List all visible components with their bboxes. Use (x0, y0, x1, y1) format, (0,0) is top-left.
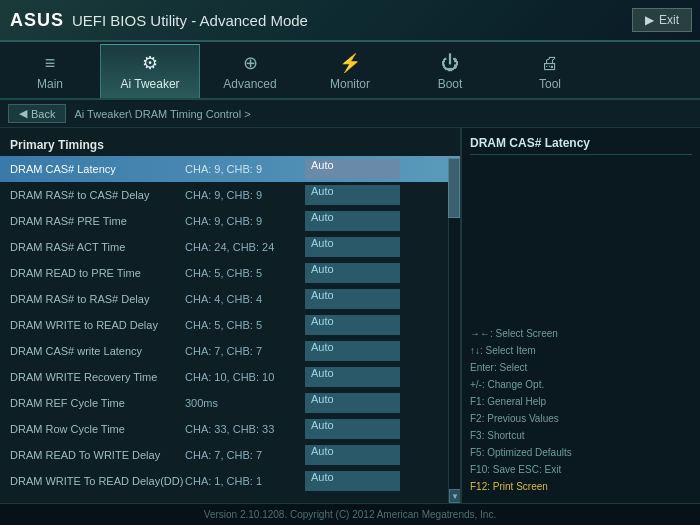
key-hint-key: F12: Print Screen (470, 481, 548, 492)
table-row[interactable]: DRAM WRITE to READ DelayCHA: 5, CHB: 5Au… (0, 312, 460, 338)
timing-values-10: CHA: 33, CHB: 33 (185, 423, 305, 435)
tab-icon-main: ≡ (45, 53, 56, 74)
table-row[interactable]: DRAM READ To WRITE DelayCHA: 7, CHB: 7Au… (0, 442, 460, 468)
table-row[interactable]: DRAM CAS# write LatencyCHA: 7, CHB: 7Aut… (0, 338, 460, 364)
scroll-down-button[interactable]: ▼ (449, 489, 460, 503)
tab-boot[interactable]: ⏻Boot (400, 44, 500, 98)
scrollbar-track: ▲ ▼ (448, 158, 460, 503)
timing-values-9: 300ms (185, 397, 305, 409)
timing-values-0: CHA: 9, CHB: 9 (185, 163, 305, 175)
left-panel: Primary Timings DRAM CAS# LatencyCHA: 9,… (0, 128, 460, 503)
timing-input-6[interactable]: Auto (305, 315, 400, 335)
tab-label-tool: Tool (539, 77, 561, 91)
table-row[interactable]: DRAM READ to PRE TimeCHA: 5, CHB: 5Auto (0, 260, 460, 286)
key-hint-key: ↑↓: (470, 345, 483, 356)
key-hint-line: F3: Shortcut (470, 427, 692, 444)
tab-monitor[interactable]: ⚡Monitor (300, 44, 400, 98)
table-row[interactable]: DRAM WRITE Recovery TimeCHA: 10, CHB: 10… (0, 364, 460, 390)
breadcrumb-bar: ◀ Back Ai Tweaker\ DRAM Timing Control > (0, 100, 700, 128)
timing-name-10: DRAM Row Cycle Time (10, 423, 185, 435)
timing-input-11[interactable]: Auto (305, 445, 400, 465)
timing-input-4[interactable]: Auto (305, 263, 400, 283)
tab-main[interactable]: ≡Main (0, 44, 100, 98)
table-row[interactable]: DRAM CAS# LatencyCHA: 9, CHB: 9Auto (0, 156, 460, 182)
main-content: Primary Timings DRAM CAS# LatencyCHA: 9,… (0, 128, 700, 503)
footer-text: Version 2.10.1208. Copyright (C) 2012 Am… (204, 509, 496, 520)
tab-icon-ai-tweaker: ⚙ (142, 52, 158, 74)
exit-label: Exit (659, 13, 679, 27)
tab-label-monitor: Monitor (330, 77, 370, 91)
scroll-thumb[interactable] (448, 158, 460, 218)
key-hint-line: F1: General Help (470, 393, 692, 410)
table-row[interactable]: DRAM RAS# PRE TimeCHA: 9, CHB: 9Auto (0, 208, 460, 234)
timing-values-11: CHA: 7, CHB: 7 (185, 449, 305, 461)
timing-name-12: DRAM WRITE To READ Delay(DD) (10, 475, 185, 487)
timing-name-7: DRAM CAS# write Latency (10, 345, 185, 357)
tab-label-main: Main (37, 77, 63, 91)
key-hint-key: F10: (470, 464, 490, 475)
section-label: Primary Timings (0, 136, 460, 156)
help-title: DRAM CAS# Latency (470, 136, 692, 155)
tab-icon-monitor: ⚡ (339, 52, 361, 74)
timing-input-8[interactable]: Auto (305, 367, 400, 387)
key-hint-line: F5: Optimized Defaults (470, 444, 692, 461)
timing-input-7[interactable]: Auto (305, 341, 400, 361)
timing-values-3: CHA: 24, CHB: 24 (185, 241, 305, 253)
table-row[interactable]: DRAM RAS# to CAS# DelayCHA: 9, CHB: 9Aut… (0, 182, 460, 208)
header: ASUS UEFI BIOS Utility - Advanced Mode ▶… (0, 0, 700, 42)
timing-input-2[interactable]: Auto (305, 211, 400, 231)
timing-values-4: CHA: 5, CHB: 5 (185, 267, 305, 279)
timing-values-2: CHA: 9, CHB: 9 (185, 215, 305, 227)
timing-input-10[interactable]: Auto (305, 419, 400, 439)
tab-icon-tool: 🖨 (541, 53, 559, 74)
timing-input-9[interactable]: Auto (305, 393, 400, 413)
key-hint-line: F12: Print Screen (470, 478, 692, 495)
key-hint-line: F10: Save ESC: Exit (470, 461, 692, 478)
tab-icon-boot: ⏻ (441, 53, 459, 74)
exit-button[interactable]: ▶ Exit (632, 8, 692, 32)
key-hint-key: →←: (470, 328, 493, 339)
back-button[interactable]: ◀ Back (8, 104, 66, 123)
timing-input-5[interactable]: Auto (305, 289, 400, 309)
key-hint-key: +/-: (470, 379, 485, 390)
back-arrow-icon: ◀ (19, 107, 27, 120)
timing-name-9: DRAM REF Cycle Time (10, 397, 185, 409)
key-hint-desc: Select Screen (496, 328, 558, 339)
key-hint-desc: Previous Values (487, 413, 559, 424)
key-hint-key: Enter: (470, 362, 497, 373)
tab-tool[interactable]: 🖨Tool (500, 44, 600, 98)
table-row[interactable]: DRAM Row Cycle TimeCHA: 33, CHB: 33Auto (0, 416, 460, 442)
timing-input-1[interactable]: Auto (305, 185, 400, 205)
timing-input-12[interactable]: Auto (305, 471, 400, 491)
exit-icon: ▶ (645, 13, 654, 27)
timing-name-5: DRAM RAS# to RAS# Delay (10, 293, 185, 305)
timing-name-6: DRAM WRITE to READ Delay (10, 319, 185, 331)
key-hint-line: →←: Select Screen (470, 325, 692, 342)
breadcrumb-path: Ai Tweaker\ DRAM Timing Control > (74, 108, 250, 120)
nav-tabs: ≡Main⚙Ai Tweaker⊕Advanced⚡Monitor⏻Boot🖨T… (0, 42, 700, 100)
tab-advanced[interactable]: ⊕Advanced (200, 44, 300, 98)
table-row[interactable]: DRAM RAS# ACT TimeCHA: 24, CHB: 24Auto (0, 234, 460, 260)
timing-input-3[interactable]: Auto (305, 237, 400, 257)
key-hint-desc: Select (499, 362, 527, 373)
key-hint-desc: Save ESC: Exit (493, 464, 561, 475)
back-label: Back (31, 108, 55, 120)
tab-label-advanced: Advanced (223, 77, 276, 91)
timing-input-0[interactable]: Auto (305, 159, 400, 179)
key-hint-desc: Shortcut (487, 430, 524, 441)
key-hint-desc: General Help (487, 396, 546, 407)
timing-name-1: DRAM RAS# to CAS# Delay (10, 189, 185, 201)
key-hint-line: +/-: Change Opt. (470, 376, 692, 393)
key-hint-key: F5: (470, 447, 484, 458)
table-row[interactable]: DRAM REF Cycle Time300msAuto (0, 390, 460, 416)
timing-name-2: DRAM RAS# PRE Time (10, 215, 185, 227)
key-hint-desc: Select Item (486, 345, 536, 356)
tab-icon-advanced: ⊕ (243, 52, 258, 74)
key-hint-key: F2: (470, 413, 484, 424)
key-hints: →←: Select Screen↑↓: Select ItemEnter: S… (470, 325, 692, 495)
tab-ai-tweaker[interactable]: ⚙Ai Tweaker (100, 44, 200, 98)
key-hint-desc: Optimized Defaults (487, 447, 571, 458)
table-row[interactable]: DRAM WRITE To READ Delay(DD)CHA: 1, CHB:… (0, 468, 460, 494)
timing-values-12: CHA: 1, CHB: 1 (185, 475, 305, 487)
table-row[interactable]: DRAM RAS# to RAS# DelayCHA: 4, CHB: 4Aut… (0, 286, 460, 312)
